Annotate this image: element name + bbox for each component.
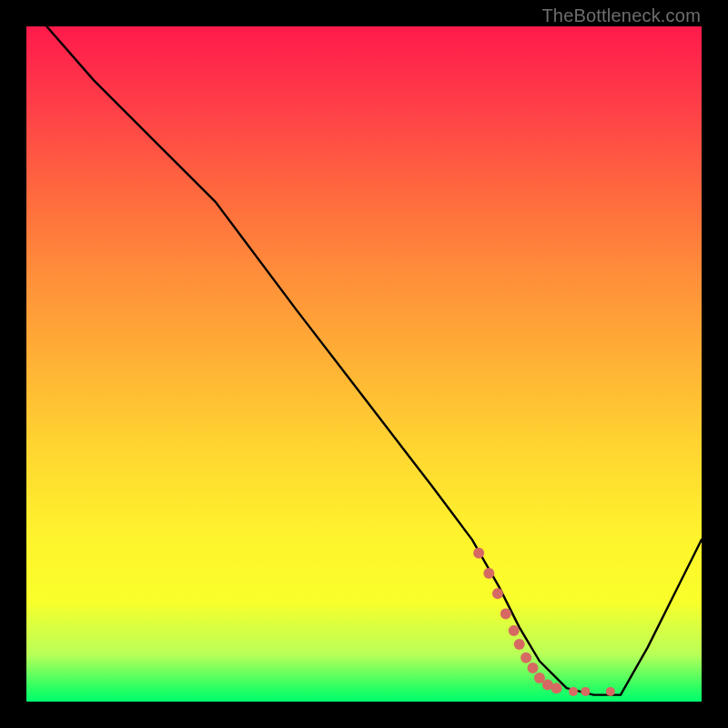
curve-marker: [528, 662, 539, 673]
bottleneck-curve-line: [46, 26, 702, 695]
curve-marker: [551, 682, 562, 693]
curve-marker: [581, 687, 590, 696]
curve-marker: [500, 609, 511, 620]
curve-marker: [569, 687, 578, 696]
curve-marker: [606, 687, 615, 696]
bottleneck-curve-markers: [473, 548, 615, 696]
curve-marker: [473, 548, 484, 559]
curve-marker: [521, 652, 531, 663]
chart-frame: TheBottleneck.com: [0, 0, 728, 728]
chart-svg: [26, 26, 702, 702]
curve-marker: [483, 568, 494, 579]
curve-marker: [514, 639, 525, 650]
attribution-label: TheBottleneck.com: [541, 5, 701, 26]
curve-marker: [492, 588, 503, 599]
curve-marker: [509, 625, 520, 636]
